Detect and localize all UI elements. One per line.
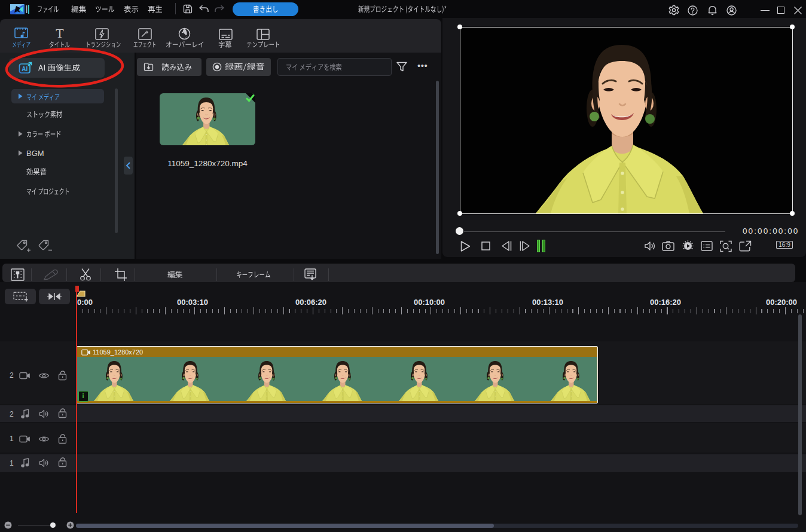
- svg-text:AI: AI: [22, 66, 28, 72]
